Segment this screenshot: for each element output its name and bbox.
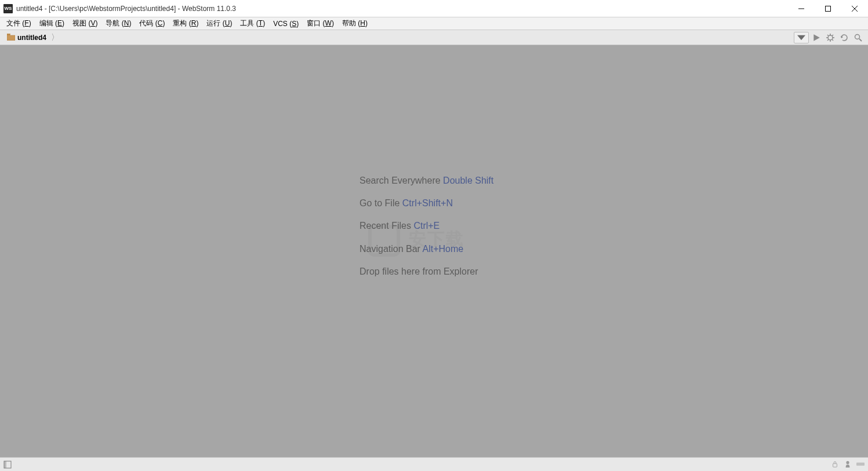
debug-button[interactable] (824, 32, 837, 43)
svg-line-11 (832, 35, 833, 36)
menu-navigate[interactable]: 导航 (N) (101, 19, 135, 28)
svg-point-13 (855, 34, 860, 39)
window-title: untitled4 - [C:\Users\pc\WebstormProject… (16, 5, 788, 13)
minimize-button[interactable] (788, 0, 815, 17)
navigation-bar: untitled4 〉 (0, 30, 868, 45)
update-project-button[interactable] (838, 32, 851, 43)
app-icon: WS (3, 4, 13, 13)
menu-vcs[interactable]: VCS (S) (269, 20, 303, 28)
maximize-button[interactable] (815, 0, 841, 17)
folder-icon (7, 32, 15, 43)
menu-bar: 文件 (F) 编辑 (E) 视图 (V) 导航 (N) 代码 (C) 重构 (R… (0, 17, 868, 30)
hector-icon[interactable] (844, 459, 852, 470)
window-controls (788, 0, 868, 17)
close-button[interactable] (841, 0, 868, 17)
menu-refactor[interactable]: 重构 (R) (169, 19, 202, 28)
menu-view[interactable]: 视图 (V) (68, 19, 101, 28)
toolbar-right (794, 32, 868, 43)
svg-point-4 (828, 35, 833, 40)
breadcrumb-label: untitled4 (17, 34, 46, 42)
menu-file[interactable]: 文件 (F) (2, 19, 35, 28)
svg-line-14 (859, 39, 862, 41)
svg-line-12 (827, 39, 829, 41)
lock-icon[interactable] (831, 459, 839, 470)
run-button[interactable] (810, 32, 823, 43)
svg-point-18 (846, 461, 849, 463)
breadcrumb-project[interactable]: untitled4 (3, 31, 50, 44)
breadcrumb-separator: 〉 (50, 32, 60, 43)
tool-windows-button[interactable] (3, 461, 12, 469)
search-everywhere-button[interactable] (852, 32, 865, 43)
hint-drop-files: Drop files here from Explorer (359, 266, 493, 277)
hint-navigation-bar: Navigation Bar Alt+Home (359, 243, 493, 254)
hint-recent-files: Recent Files Ctrl+E (359, 220, 493, 231)
title-bar: WS untitled4 - [C:\Users\pc\WebstormProj… (0, 0, 868, 17)
run-config-dropdown[interactable] (794, 32, 809, 43)
svg-line-10 (832, 39, 833, 41)
memory-indicator-icon[interactable] (856, 459, 865, 470)
menu-run[interactable]: 运行 (U) (202, 19, 236, 28)
svg-rect-17 (833, 463, 837, 467)
hint-search-everywhere: Search Everywhere Double Shift (359, 175, 493, 186)
svg-rect-19 (856, 462, 865, 465)
menu-code[interactable]: 代码 (C) (135, 19, 169, 28)
menu-help[interactable]: 帮助 (H) (338, 19, 372, 28)
svg-rect-16 (4, 461, 6, 468)
svg-rect-1 (826, 6, 831, 11)
editor-hints: Search Everywhere Double Shift Go to Fil… (359, 175, 493, 289)
menu-window[interactable]: 窗口 (W) (303, 19, 338, 28)
editor-empty-area[interactable]: 安下载 Search Everywhere Double Shift Go to… (0, 45, 868, 457)
menu-edit[interactable]: 编辑 (E) (35, 19, 68, 28)
hint-go-to-file: Go to File Ctrl+Shift+N (359, 198, 493, 209)
status-bar (0, 457, 868, 471)
svg-line-9 (827, 35, 829, 36)
menu-tools[interactable]: 工具 (T) (236, 19, 269, 28)
